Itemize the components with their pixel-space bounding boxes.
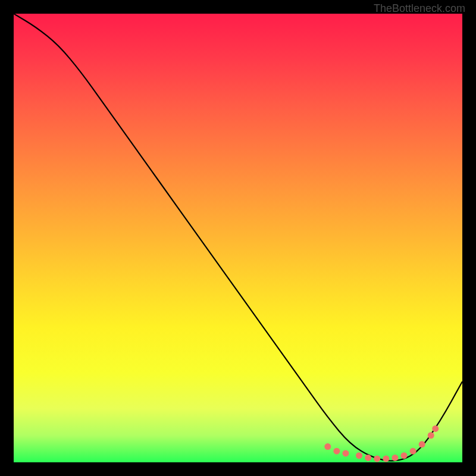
optimal-dot [333,448,340,455]
optimal-dot [432,425,439,432]
optimal-dot [342,450,349,456]
optimal-dot [419,441,425,447]
optimal-dot [400,452,407,459]
optimal-dot [428,432,434,439]
optimal-dot [383,455,389,462]
optimal-dot [356,452,362,459]
bottleneck-curve-line [14,14,462,461]
optimal-dot [324,443,331,450]
optimal-dot [374,455,380,462]
optimal-dot [410,448,416,455]
chart-plot-area [14,14,462,462]
optimal-dot [365,455,371,461]
optimal-dot [392,455,398,461]
watermark-text: TheBottleneck.com [374,2,465,15]
optimal-range-dots [324,425,439,462]
bottleneck-curve-svg [14,14,462,462]
curve-path-group [14,14,462,461]
